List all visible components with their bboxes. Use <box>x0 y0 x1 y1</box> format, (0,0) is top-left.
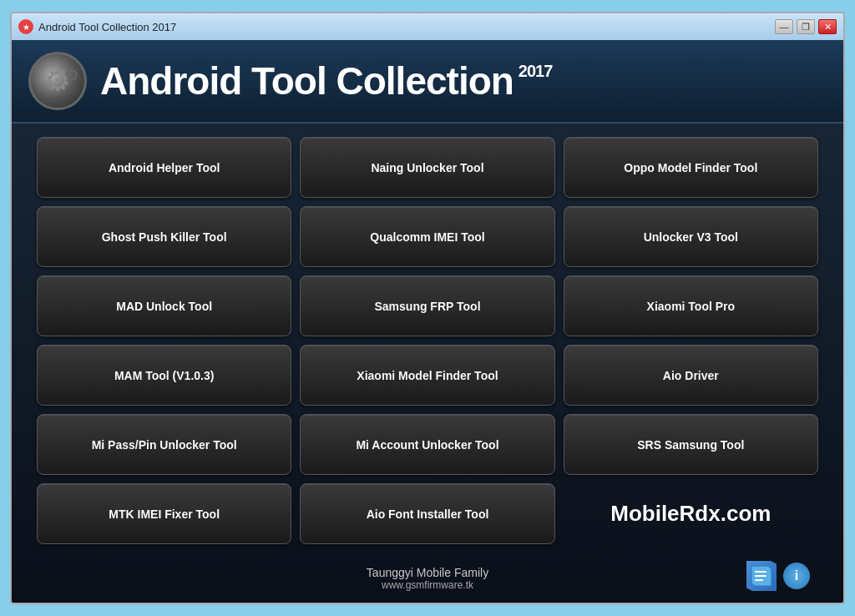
header-title-year: 2017 <box>519 62 553 81</box>
header: Android Tool Collection 2017 <box>12 40 843 124</box>
window-title: Android Tool Collection 2017 <box>38 21 176 33</box>
brand-text: MobileRdx.com <box>610 501 771 527</box>
svg-rect-1 <box>755 571 766 573</box>
app-logo <box>28 52 87 110</box>
naing-unlocker-button[interactable]: Naing Unlocker Tool <box>300 137 554 198</box>
mam-tool-button[interactable]: MAM Tool (V1.0.3) <box>37 345 291 406</box>
footer-text: Taunggyi Mobile Family www.gsmfirmware.t… <box>367 566 488 591</box>
header-title-text: Android Tool Collection <box>100 58 514 104</box>
samsung-frp-button[interactable]: Samsung FRP Tool <box>300 275 554 336</box>
xiaomi-model-button[interactable]: Xiaomi Model Finder Tool <box>300 345 554 406</box>
main-content: Android Tool Collection 2017 Android Hel… <box>12 40 843 603</box>
svg-rect-2 <box>755 575 766 577</box>
unlocker-v3-button[interactable]: Unlocker V3 Tool <box>564 206 818 267</box>
restore-button[interactable]: ❐ <box>797 19 815 34</box>
brand-cell: MobileRdx.com <box>564 483 818 544</box>
footer-icons: i <box>746 561 810 591</box>
window-controls: — ❐ ✕ <box>775 19 837 34</box>
tools-grid: Android Helper Tool Naing Unlocker Tool … <box>12 124 843 558</box>
title-bar-left: ★ Android Tool Collection 2017 <box>18 19 176 34</box>
srs-samsung-button[interactable]: SRS Samsung Tool <box>564 414 818 475</box>
mad-unlock-button[interactable]: MAD Unlock Tool <box>37 275 291 336</box>
footer-url: www.gsmfirmware.tk <box>367 579 488 591</box>
info-icon[interactable]: i <box>783 563 810 589</box>
book-icon[interactable] <box>746 561 777 591</box>
footer-family: Taunggyi Mobile Family <box>367 566 488 579</box>
footer: Taunggyi Mobile Family www.gsmfirmware.t… <box>12 558 843 603</box>
oppo-model-button[interactable]: Oppo Model Finder Tool <box>564 137 818 198</box>
aio-driver-button[interactable]: Aio Driver <box>564 345 818 406</box>
close-button[interactable]: ✕ <box>818 19 837 34</box>
android-helper-button[interactable]: Android Helper Tool <box>37 137 291 198</box>
svg-rect-3 <box>755 579 763 581</box>
title-bar: ★ Android Tool Collection 2017 — ❐ ✕ <box>12 13 843 40</box>
xiaomi-pro-button[interactable]: Xiaomi Tool Pro <box>564 275 818 336</box>
ghost-push-button[interactable]: Ghost Push Killer Tool <box>37 206 291 267</box>
aio-font-button[interactable]: Aio Font Installer Tool <box>300 483 554 544</box>
mi-pass-button[interactable]: Mi Pass/Pin Unlocker Tool <box>37 414 291 475</box>
app-icon: ★ <box>18 19 33 34</box>
qualcomm-imei-button[interactable]: Qualcomm IMEI Tool <box>300 206 554 267</box>
minimize-button[interactable]: — <box>775 19 793 34</box>
mtk-imei-button[interactable]: MTK IMEI Fixer Tool <box>37 483 291 544</box>
main-window: ★ Android Tool Collection 2017 — ❐ ✕ And… <box>10 12 845 604</box>
mi-account-button[interactable]: Mi Account Unlocker Tool <box>300 414 554 475</box>
header-title: Android Tool Collection 2017 <box>100 58 552 104</box>
